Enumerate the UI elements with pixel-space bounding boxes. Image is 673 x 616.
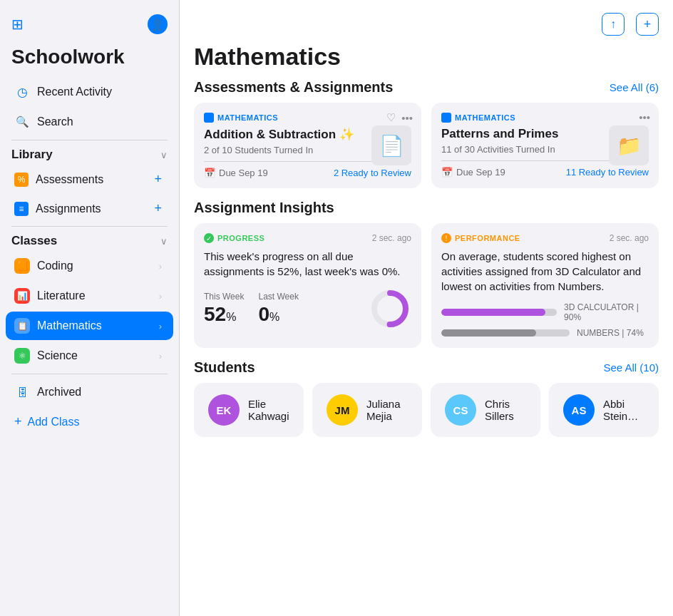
chevron-right-icon: › — [159, 351, 162, 361]
sidebar-item-assessments[interactable]: % Assessments + — [6, 165, 173, 193]
student-card-jm[interactable]: JM Juliana Mejia — [312, 383, 422, 437]
student-name-jm: Juliana Mejia — [366, 398, 408, 422]
insight-performance-card: ! PERFORMANCE 2 sec. ago On average, stu… — [431, 223, 659, 348]
card-tag: MATHEMATICS — [204, 113, 411, 123]
assignment-card-1[interactable]: MATHEMATICS ♡ ••• Addition & Subtraction… — [194, 103, 421, 188]
ready-to-review[interactable]: 11 Ready to Review — [566, 167, 649, 178]
insight-progress-text: This week's progress on all due assignme… — [204, 249, 411, 279]
sidebar-item-archived[interactable]: 🗄 Archived — [6, 378, 173, 406]
this-week-stat: This Week 52% — [204, 292, 244, 326]
library-label: Library — [11, 148, 53, 162]
math-tag-icon — [441, 113, 451, 123]
classes-label: Classes — [11, 234, 57, 248]
due-date: Due Sep 19 — [219, 168, 268, 178]
last-week-label: Last Week — [258, 292, 298, 302]
sidebar-item-coding[interactable]: 🟧 Coding › — [6, 252, 173, 280]
sidebar-item-literature[interactable]: 📊 Literature › — [6, 282, 173, 310]
last-week-stat: Last Week 0% — [258, 292, 298, 326]
app-title: Schoolwork — [0, 43, 179, 77]
see-all-assessments-link[interactable]: See All (6) — [610, 81, 659, 93]
bar-track — [441, 309, 557, 316]
see-all-students-link[interactable]: See All (10) — [603, 361, 659, 374]
student-avatar-jm: JM — [327, 394, 358, 426]
card-menu: ♡ ••• — [386, 111, 413, 124]
main-content: ↑ + Mathematics Assessments & Assignment… — [180, 0, 673, 616]
card-due: 📅 Due Sep 19 — [204, 168, 268, 178]
sidebar: ⊞ 👤 Schoolwork ◷ Recent Activity 🔍 Searc… — [0, 0, 180, 616]
this-week-label: This Week — [204, 292, 244, 302]
sidebar-item-assignments[interactable]: ≡ Assignments + — [6, 195, 173, 222]
insight-timestamp: 2 sec. ago — [610, 233, 649, 243]
divider — [11, 374, 168, 374]
card-menu: ••• — [639, 111, 650, 123]
sidebar-item-label: Recent Activity — [37, 86, 162, 98]
student-card-as[interactable]: AS Abbi Stein… — [549, 383, 659, 437]
performance-bars: 3D CALCULATOR | 90% NUMBERS | 74% — [441, 302, 649, 338]
insights-section-title: Assignment Insights — [194, 200, 334, 216]
sidebar-item-label: Search — [37, 115, 162, 128]
student-avatar-cs: CS — [445, 394, 476, 426]
page-title: Mathematics — [180, 43, 673, 79]
sidebar-item-science[interactable]: ⚛ Science › — [6, 342, 173, 370]
performance-dot-icon: ! — [441, 233, 451, 243]
export-button[interactable]: ↑ — [602, 13, 625, 36]
sidebar-toggle-icon[interactable]: ⊞ — [11, 16, 24, 33]
more-icon[interactable]: ••• — [639, 111, 650, 123]
insight-tag: ! PERFORMANCE — [441, 233, 520, 243]
assignment-card-2[interactable]: MATHEMATICS ••• Patterns and Primes 11 o… — [431, 103, 659, 188]
bar-fill-numbers — [441, 329, 536, 337]
mathematics-icon: 📋 — [14, 318, 30, 334]
add-assessment-icon[interactable]: + — [154, 172, 162, 187]
recent-activity-icon: ◷ — [14, 84, 30, 100]
add-icon: + — [644, 17, 652, 32]
divider — [11, 140, 168, 140]
student-card-cs[interactable]: CS Chris Sillers — [431, 383, 540, 437]
sidebar-item-search[interactable]: 🔍 Search — [6, 108, 173, 136]
search-icon: 🔍 — [14, 114, 30, 130]
assessments-icon: % — [14, 173, 29, 187]
bar-row-numbers: NUMBERS | 74% — [441, 328, 649, 338]
last-week-value: 0% — [258, 303, 298, 326]
chevron-right-icon: › — [159, 261, 162, 272]
add-class-button[interactable]: + Add Class — [6, 408, 173, 436]
assessments-section-title: Assessments & Assignments — [194, 79, 393, 96]
card-thumbnail-1: 📄 — [371, 125, 411, 165]
sidebar-item-label: Mathematics — [37, 319, 152, 332]
sidebar-item-mathematics[interactable]: 📋 Mathematics › — [6, 312, 173, 340]
insight-tag: ✓ PROGRESS — [204, 233, 264, 243]
add-assignment-icon[interactable]: + — [154, 201, 162, 216]
student-name-as: Abbi Stein… — [603, 398, 644, 422]
sidebar-item-label: Assessments — [36, 173, 147, 186]
card-thumbnail-2: 📁 — [609, 125, 649, 165]
sidebar-item-label: Coding — [37, 260, 152, 272]
chevron-down-icon: ∨ — [160, 236, 168, 247]
due-date: Due Sep 19 — [456, 167, 505, 178]
ready-to-review[interactable]: 2 Ready to Review — [334, 168, 411, 178]
students-section-title: Students — [194, 359, 255, 376]
performance-tag-label: PERFORMANCE — [455, 234, 520, 242]
student-avatar-as: AS — [563, 394, 595, 426]
assessments-section-header: Assessments & Assignments See All (6) — [180, 79, 673, 103]
progress-tag-label: PROGRESS — [217, 234, 264, 242]
add-class-label: Add Class — [28, 416, 80, 428]
bar-track — [441, 329, 570, 337]
insight-performance-text: On average, students scored highest on a… — [441, 249, 649, 294]
calendar-icon: 📅 — [441, 167, 453, 178]
profile-icon[interactable]: 👤 — [148, 14, 168, 34]
library-section-header[interactable]: Library ∨ — [0, 143, 179, 165]
sidebar-top-bar: ⊞ 👤 — [0, 0, 179, 43]
add-button[interactable]: + — [636, 13, 659, 36]
insight-stats-row: This Week 52% Last Week 0% — [204, 287, 411, 330]
assignments-icon: ≡ — [14, 202, 29, 216]
student-card-ek[interactable]: EK Elie Kahwagi — [194, 383, 304, 437]
this-week-value: 52% — [204, 303, 244, 326]
more-icon[interactable]: ••• — [401, 112, 413, 124]
sidebar-item-label: Archived — [37, 386, 162, 399]
classes-section-header[interactable]: Classes ∨ — [0, 230, 179, 251]
students-section-header: Students See All (10) — [180, 359, 673, 383]
students-row: EK Elie Kahwagi JM Juliana Mejia CS Chri… — [180, 383, 673, 448]
heart-icon[interactable]: ♡ — [386, 111, 396, 124]
card-due: 📅 Due Sep 19 — [441, 167, 505, 178]
insight-timestamp: 2 sec. ago — [372, 233, 411, 243]
sidebar-item-recent-activity[interactable]: ◷ Recent Activity — [6, 78, 173, 106]
